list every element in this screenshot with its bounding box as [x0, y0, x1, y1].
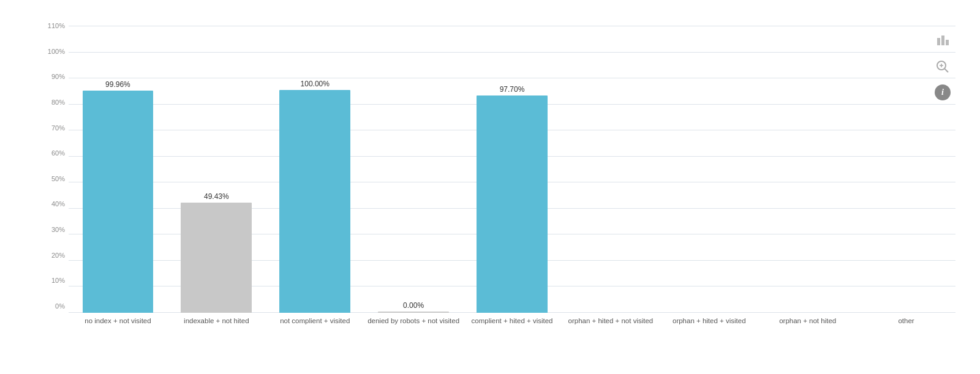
y-tick-label: 10% [39, 277, 69, 284]
x-axis-label: indexable + not hited [167, 316, 266, 326]
bar[interactable] [378, 312, 449, 313]
bar-group [561, 26, 660, 313]
bar-value-label: 49.43% [204, 192, 229, 201]
bar-value-label: 100.00% [301, 80, 330, 88]
y-tick-label: 40% [39, 201, 69, 208]
chart-wrapper: 110%100%90%80%70%60%50%40%30%20%10%0% 99… [24, 26, 956, 326]
bar-group: 100.00% [266, 26, 364, 313]
y-tick-label: 90% [39, 73, 69, 80]
bar-value-label: 0.00% [403, 301, 424, 310]
svg-line-4 [944, 69, 948, 72]
bar[interactable] [181, 203, 252, 313]
x-axis-label: orphan + hited + not visited [561, 316, 660, 326]
chart-area: 110%100%90%80%70%60%50%40%30%20%10%0% 99… [39, 26, 956, 326]
bars-section: 99.96%49.43%100.00%0.00%97.70% [69, 26, 956, 313]
svg-rect-1 [941, 36, 944, 45]
bar[interactable] [279, 90, 350, 313]
y-tick-label: 50% [39, 175, 69, 182]
grid-and-bars: 110%100%90%80%70%60%50%40%30%20%10%0% 99… [39, 26, 956, 313]
x-axis-label: orphan + not hited [758, 316, 857, 326]
y-tick-label: 80% [39, 99, 69, 105]
x-axis-label: complient + hited + visited [463, 316, 562, 326]
svg-rect-2 [946, 40, 949, 45]
zoom-in-icon[interactable] [933, 58, 952, 76]
bar[interactable] [83, 91, 154, 313]
x-axis-label: other [857, 316, 956, 326]
y-tick-label: 110% [39, 23, 69, 29]
bar-group: 0.00% [364, 26, 463, 313]
svg-rect-0 [937, 38, 940, 45]
y-tick-label: 60% [39, 150, 69, 157]
bar-chart-icon[interactable] [933, 31, 952, 49]
info-icon[interactable]: i [935, 84, 951, 100]
y-tick-label: 0% [39, 303, 69, 310]
bar-group: 49.43% [167, 26, 266, 313]
bar-group [758, 26, 857, 313]
y-tick-label: 70% [39, 124, 69, 131]
x-axis-label: orphan + hited + visited [660, 316, 758, 326]
bar-group: 97.70% [463, 26, 562, 313]
y-tick-label: 30% [39, 226, 69, 233]
side-icons: i [930, 26, 956, 105]
y-axis-label [24, 26, 37, 326]
bar-value-label: 99.96% [105, 80, 130, 89]
x-axis-label: denied by robots + not visited [364, 316, 463, 326]
y-tick-label: 100% [39, 48, 69, 54]
y-tick-label: 20% [39, 252, 69, 258]
y-tick-labels: 110%100%90%80%70%60%50%40%30%20%10%0% [39, 26, 69, 313]
bar-group: 99.96% [69, 26, 167, 313]
bar-group [660, 26, 758, 313]
bar-value-label: 97.70% [500, 85, 525, 94]
x-axis-label: not complient + visited [266, 316, 364, 326]
x-axis-label: no index + not visited [69, 316, 167, 326]
page-container: 110%100%90%80%70%60%50%40%30%20%10%0% 99… [0, 0, 980, 374]
x-axis-labels: no index + not visitedindexable + not hi… [69, 316, 956, 326]
bar[interactable] [477, 95, 548, 313]
